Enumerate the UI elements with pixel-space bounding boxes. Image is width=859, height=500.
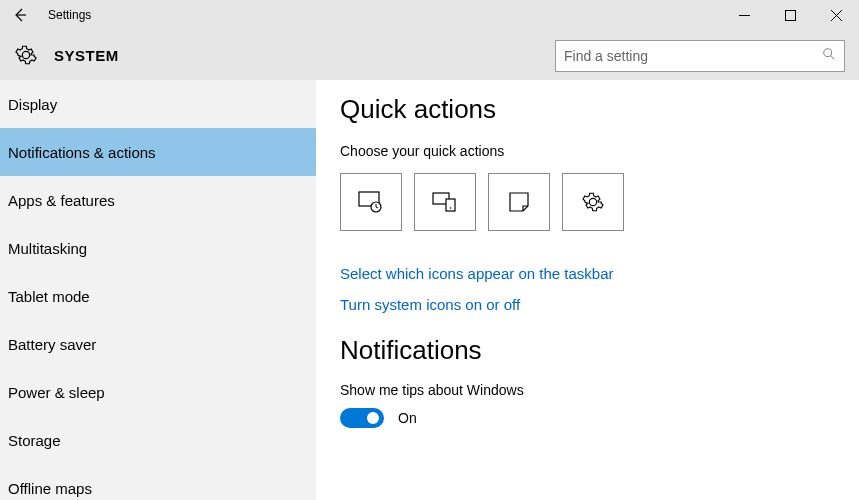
taskbar-icons-link[interactable]: Select which icons appear on the taskbar [340, 265, 835, 282]
sidebar-item-display[interactable]: Display [0, 80, 316, 128]
note-icon [508, 191, 530, 213]
arrow-left-icon [12, 7, 28, 23]
search-input[interactable] [564, 48, 822, 64]
quick-action-connect[interactable] [414, 173, 476, 231]
notifications-heading: Notifications [340, 335, 835, 366]
quick-actions-subtitle: Choose your quick actions [340, 143, 835, 159]
minimize-icon [739, 10, 750, 21]
gear-icon [582, 191, 604, 213]
close-button[interactable] [813, 0, 859, 30]
header-title: SYSTEM [54, 47, 119, 64]
quick-actions-row [340, 173, 835, 231]
quick-action-tablet-mode[interactable] [340, 173, 402, 231]
sidebar-item-notifications[interactable]: Notifications & actions [0, 128, 316, 176]
quick-actions-heading: Quick actions [340, 94, 835, 125]
toggle-knob [367, 412, 379, 424]
sidebar-item-battery[interactable]: Battery saver [0, 320, 316, 368]
titlebar: Settings [0, 0, 859, 30]
back-button[interactable] [0, 0, 40, 30]
sidebar-item-offline-maps[interactable]: Offline maps [0, 464, 316, 500]
search-box[interactable] [555, 40, 845, 72]
main-content: Quick actions Choose your quick actions … [316, 80, 859, 500]
svg-rect-0 [785, 10, 795, 20]
quick-action-settings[interactable] [562, 173, 624, 231]
header: SYSTEM [0, 30, 859, 80]
tips-toggle-state: On [398, 410, 417, 426]
sidebar-item-multitasking[interactable]: Multitasking [0, 224, 316, 272]
svg-point-6 [450, 207, 452, 209]
maximize-icon [785, 10, 796, 21]
connect-icon [432, 191, 458, 213]
quick-action-note[interactable] [488, 173, 550, 231]
tips-toggle[interactable] [340, 408, 384, 428]
system-icons-link[interactable]: Turn system icons on or off [340, 296, 835, 313]
sidebar-item-power[interactable]: Power & sleep [0, 368, 316, 416]
window-title: Settings [48, 8, 91, 22]
close-icon [831, 10, 842, 21]
search-icon [822, 47, 836, 65]
sidebar-item-storage[interactable]: Storage [0, 416, 316, 464]
sidebar-item-tablet[interactable]: Tablet mode [0, 272, 316, 320]
gear-icon [12, 41, 40, 69]
tips-toggle-label: Show me tips about Windows [340, 382, 835, 398]
minimize-button[interactable] [721, 0, 767, 30]
tablet-mode-icon [358, 191, 384, 213]
maximize-button[interactable] [767, 0, 813, 30]
svg-point-1 [824, 49, 832, 57]
sidebar-item-apps[interactable]: Apps & features [0, 176, 316, 224]
svg-rect-5 [446, 199, 455, 211]
sidebar: Display Notifications & actions Apps & f… [0, 80, 316, 500]
